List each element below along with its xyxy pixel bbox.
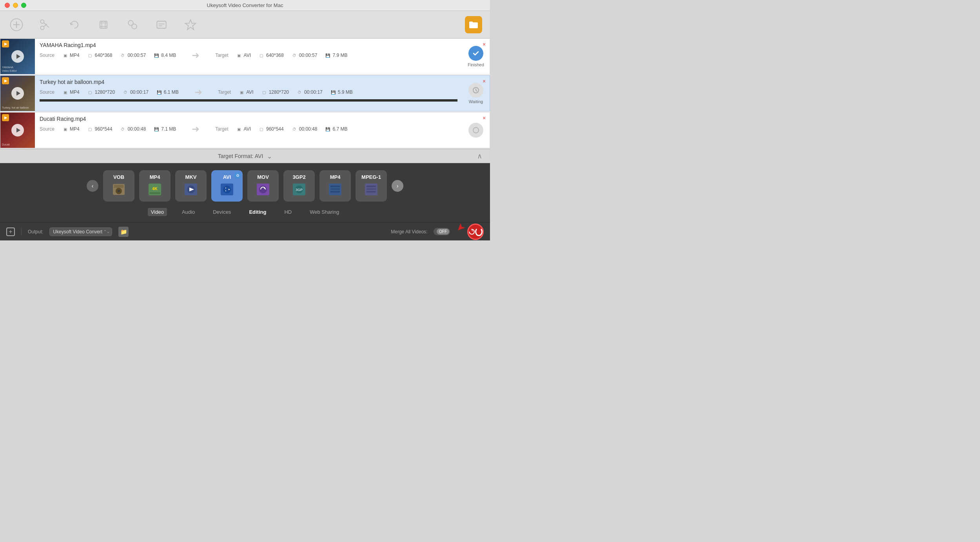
add-icon[interactable]	[8, 16, 25, 33]
folder-icon[interactable]	[465, 16, 482, 33]
source-label-file-1: Source	[40, 53, 54, 58]
play-button-file-3[interactable]	[11, 124, 24, 136]
format-icon-3gp2[interactable]: 3GP2 3GP	[283, 170, 315, 202]
convert-arrow-file-2: ➜	[187, 87, 210, 98]
format-icons-row: ‹ VOB MP4 4K MKV AVI ⚙ MOV 3GP2 3GP MP4 …	[0, 167, 490, 205]
format-icon-file-2: ▣	[62, 89, 68, 95]
rotate-icon[interactable]	[66, 16, 83, 33]
target-size-file-1: 💾 7.9 MB	[325, 53, 347, 58]
format-img-mkv	[182, 181, 200, 198]
close-button[interactable]	[5, 3, 10, 8]
format-icon-avi[interactable]: AVI ⚙	[211, 170, 243, 202]
format-tab-hd[interactable]: HD	[281, 208, 295, 216]
tformat-icon-file-1: ▣	[236, 53, 242, 58]
svg-text:3GP: 3GP	[296, 188, 303, 192]
format-icon-vob[interactable]: VOB	[103, 170, 134, 202]
status-text-file-1: Finished	[468, 62, 484, 67]
tsize-icon-file-2: 💾	[330, 89, 336, 95]
format-icon-mov[interactable]: MOV	[247, 170, 279, 202]
format-tab-audio[interactable]: Audio	[179, 208, 198, 216]
effect-icon[interactable]	[124, 16, 141, 33]
svg-point-22	[118, 190, 120, 192]
tsize-icon-file-3: 💾	[325, 126, 330, 132]
output-select-wrap: Ukeysoft Video Converter ⌃⌄	[49, 227, 112, 236]
source-size-file-3: 💾 7.1 MB	[154, 126, 176, 132]
target-format-file-1: ▣ AVI	[236, 53, 251, 58]
svg-rect-45	[367, 186, 376, 193]
format-label-vob: VOB	[113, 174, 124, 180]
target-size-file-2: 💾 5.9 MB	[330, 89, 353, 95]
format-collapse-icon[interactable]: ∧	[477, 152, 482, 160]
source-label-file-2: Source	[40, 89, 54, 95]
format-tab-devices[interactable]: Devices	[210, 208, 234, 216]
format-icon-mp4[interactable]: MP4 4K	[139, 170, 171, 202]
minimize-button[interactable]	[13, 3, 18, 8]
svg-rect-23	[114, 185, 123, 188]
format-label-mp4hd: MP4	[330, 174, 341, 180]
watermark-icon[interactable]	[182, 16, 199, 33]
maximize-button[interactable]	[21, 3, 26, 8]
title-bar: Ukeysoft Video Converter for Mac	[0, 0, 490, 11]
target-res-file-1: ▢ 640*368	[259, 53, 284, 58]
file-info-file-1: YAMAHA Racing1.mp4 Source ▣ MP4 ▢ 640*36…	[35, 39, 462, 74]
trim-icon[interactable]	[37, 16, 54, 33]
size-icon-file-1: 💾	[154, 53, 159, 58]
toolbar	[0, 11, 490, 38]
add-file-button[interactable]: +	[6, 227, 15, 236]
format-icon-file-1: ▣	[62, 53, 68, 58]
tdur-icon-file-1: ⏱	[292, 53, 297, 58]
file-item-file-3: ▶ Ducati Ducati Racing.mp4 Source ▣ MP4 …	[0, 112, 490, 148]
svg-point-4	[40, 26, 44, 29]
gear-badge-avi: ⚙	[234, 172, 241, 179]
size-icon-file-3: 💾	[154, 126, 159, 132]
output-folder-button[interactable]: 📁	[118, 227, 129, 237]
convert-button[interactable]	[467, 224, 484, 240]
source-size-file-1: 💾 8.4 MB	[154, 53, 176, 58]
status-circle-file-1	[468, 46, 483, 61]
convert-arrow-file-3: ➜	[184, 124, 207, 135]
thumb-play[interactable]	[0, 113, 35, 148]
tres-icon-file-2: ▢	[261, 89, 267, 95]
target-dur-file-3: ⏱ 00:00:48	[292, 126, 318, 132]
output-label: Output:	[28, 229, 43, 235]
format-img-3gp2: 3GP	[290, 181, 308, 198]
subtitle-icon[interactable]	[153, 16, 170, 33]
format-next-arrow[interactable]: ›	[392, 180, 403, 192]
format-icon-mkv[interactable]: MKV	[175, 170, 207, 202]
close-file-button-file-2[interactable]: ×	[481, 78, 487, 84]
bottom-bar: + Output: Ukeysoft Video Converter ⌃⌄ 📁 …	[0, 222, 490, 240]
format-icon-mpeg1[interactable]: MPEG-1	[356, 170, 387, 202]
source-format-file-1: ▣ MP4	[62, 53, 80, 58]
svg-point-13	[132, 24, 137, 29]
svg-rect-14	[157, 21, 166, 28]
toolbar-icons	[8, 16, 199, 33]
format-dropdown-arrow-icon[interactable]: ⌄	[267, 153, 272, 160]
format-prev-arrow[interactable]: ‹	[87, 180, 98, 192]
play-button-file-1[interactable]	[11, 50, 24, 63]
file-thumbnail-file-1: ▶ YAMAHAVideo Editor	[0, 39, 35, 74]
format-icon-file-3: ▣	[62, 126, 68, 132]
play-button-file-2[interactable]	[11, 87, 24, 100]
merge-toggle[interactable]: OFF	[434, 228, 450, 235]
svg-marker-17	[185, 20, 196, 29]
close-file-button-file-1[interactable]: ×	[481, 41, 487, 47]
output-select[interactable]: Ukeysoft Video Converter	[49, 227, 112, 236]
format-label-avi: AVI	[223, 174, 231, 180]
target-dur-file-1: ⏱ 00:00:57	[292, 53, 318, 58]
res-icon-file-1: ▢	[87, 53, 93, 58]
target-label-file-1: Target	[215, 53, 228, 58]
thumb-play[interactable]	[0, 76, 35, 111]
format-panel: ‹ VOB MP4 4K MKV AVI ⚙ MOV 3GP2 3GP MP4 …	[0, 163, 490, 222]
status-text-file-2: Waiting	[469, 99, 483, 104]
tdur-icon-file-2: ⏱	[297, 89, 302, 95]
format-label-3gp2: 3GP2	[292, 174, 305, 180]
format-bar[interactable]: Target Format: AVI ⌄ ∧	[0, 149, 490, 163]
format-tab-editing[interactable]: Editing	[246, 208, 269, 216]
meta-row-source-file-3: Source ▣ MP4 ▢ 960*544 ⏱ 00:00:48 💾 7.1 …	[40, 124, 457, 135]
crop-icon[interactable]	[95, 16, 112, 33]
format-tab-web-sharing[interactable]: Web Sharing	[307, 208, 342, 216]
close-file-button-file-3[interactable]: ×	[481, 115, 487, 121]
tres-icon-file-1: ▢	[259, 53, 264, 58]
format-icon-mp4hd[interactable]: MP4	[319, 170, 351, 202]
format-tab-video[interactable]: Video	[148, 208, 167, 216]
